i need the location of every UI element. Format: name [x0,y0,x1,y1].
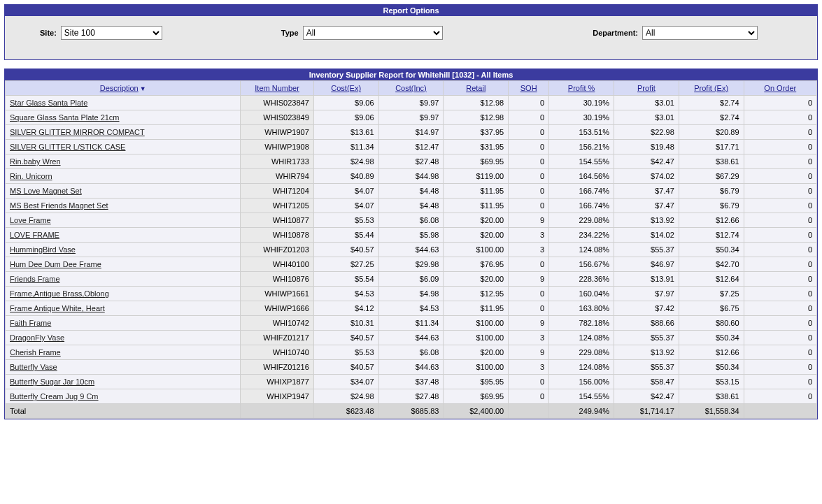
cell-description[interactable]: MS Best Friends Magnet Set [6,199,241,213]
cell-soh: 9 [509,213,549,228]
cell-description[interactable]: Cherish Frame [6,345,241,360]
cell-profit: $7.47 [614,199,679,213]
cell-description[interactable]: SILVER GLITTER MIRROR COMPACT [6,125,241,140]
cell-description[interactable]: MS Love Magnet Set [6,184,241,199]
cell-profit: $13.92 [614,213,679,228]
cell-on-order: 0 [744,257,816,272]
cell-profit: $46.97 [614,257,679,272]
report-panel: Inventory Supplier Report for Whitehill … [4,69,818,419]
cell-description[interactable]: Rin.baby Wren [6,154,241,169]
cell-cost-inc: $9.97 [378,110,444,125]
cell-soh: 3 [509,228,549,243]
col-retail[interactable]: Retail [444,81,509,96]
col-on-order[interactable]: On Order [744,81,816,96]
cell-retail: $12.98 [444,96,509,110]
col-cost-inc[interactable]: Cost(Inc) [378,81,444,96]
cell-description[interactable]: Faith Frame [6,316,241,331]
cell-cost-ex: $4.53 [313,287,378,301]
cell-cost-ex: $34.07 [313,375,378,389]
cell-item-number: WHIFZ01217 [241,331,313,345]
type-select[interactable]: All [303,26,443,40]
cell-description[interactable]: Love Frame [6,213,241,228]
cell-description[interactable]: Butterfly Vase [6,360,241,375]
cell-item-number: WHIWP1907 [241,125,313,140]
cell-on-order: 0 [744,213,816,228]
cell-description[interactable]: Butterfly Sugar Jar 10cm [6,375,241,389]
col-profit-ex[interactable]: Profit (Ex) [679,81,744,96]
cell-profit-ex: $12.74 [679,228,744,243]
cell-retail: $20.00 [444,213,509,228]
col-item-number[interactable]: Item Number [241,81,313,96]
cell-soh: 0 [509,140,549,154]
cell-soh: 0 [509,257,549,272]
cell-profit: $88.66 [614,316,679,331]
cell-description[interactable]: Frame,Antique Brass,Oblong [6,287,241,301]
header-row: Description▼ Item Number Cost(Ex) Cost(I… [6,81,817,96]
cell-profit-ex: $80.60 [679,316,744,331]
cell-item-number: WHIFZ01203 [241,243,313,257]
cell-retail: $11.95 [444,184,509,199]
totals-on-order [744,404,816,419]
cell-profit-pct: 153.51% [549,125,614,140]
cell-profit-ex: $2.74 [679,110,744,125]
cell-description[interactable]: Rin. Unicorn [6,169,241,184]
cell-description[interactable]: SILVER GLITTER L/STICK CASE [6,140,241,154]
cell-cost-ex: $9.06 [313,110,378,125]
report-options-body: Site: Site 100 Type All Department: All [5,16,817,59]
cell-description[interactable]: DragonFly Vase [6,331,241,345]
cell-description[interactable]: LOVE FRAME [6,228,241,243]
cell-on-order: 0 [744,184,816,199]
cell-cost-inc: $4.98 [378,287,444,301]
table-row: LOVE FRAMEWHI10878$5.44$5.98$20.003234.2… [6,228,817,243]
cell-description[interactable]: HummingBird Vase [6,243,241,257]
col-cost-ex[interactable]: Cost(Ex) [313,81,378,96]
cell-soh: 0 [509,125,549,140]
cell-profit-ex: $12.64 [679,272,744,287]
cell-soh: 9 [509,316,549,331]
cell-item-number: WHI10878 [241,228,313,243]
cell-profit-ex: $2.74 [679,96,744,110]
cell-profit-pct: 124.08% [549,360,614,375]
type-group: Type All [281,26,443,40]
totals-profit: $1,714.17 [614,404,679,419]
col-description[interactable]: Description▼ [6,81,241,96]
cell-cost-ex: $24.98 [313,154,378,169]
col-soh[interactable]: SOH [509,81,549,96]
cell-profit: $13.91 [614,272,679,287]
cell-retail: $69.95 [444,154,509,169]
cell-description[interactable]: Square Glass Santa Plate 21cm [6,110,241,125]
cell-description[interactable]: Hum Dee Dum Dee Frame [6,257,241,272]
cell-cost-inc: $4.48 [378,184,444,199]
cell-profit-pct: 154.55% [549,389,614,404]
cell-profit: $58.47 [614,375,679,389]
cell-description[interactable]: Friends Frame [6,272,241,287]
table-row: HummingBird VaseWHIFZ01203$40.57$44.63$1… [6,243,817,257]
cell-description[interactable]: Frame Antique White, Heart [6,301,241,316]
cell-on-order: 0 [744,96,816,110]
cell-cost-ex: $5.53 [313,345,378,360]
dept-select[interactable]: All [642,26,758,40]
totals-row: Total $623.48 $685.83 $2,400.00 249.94% … [6,404,817,419]
totals-costinc: $685.83 [378,404,444,419]
col-profit-pct[interactable]: Profit % [549,81,614,96]
cell-cost-inc: $44.63 [378,360,444,375]
cell-soh: 0 [509,110,549,125]
cell-profit-ex: $53.15 [679,375,744,389]
cell-item-number: WHI40100 [241,257,313,272]
cell-retail: $31.95 [444,140,509,154]
table-row: Cherish FrameWHI10740$5.53$6.08$20.00922… [6,345,817,360]
totals-soh [509,404,549,419]
cell-profit-pct: 124.08% [549,243,614,257]
cell-item-number: WHI71205 [241,199,313,213]
site-select[interactable]: Site 100 [61,26,162,40]
cell-item-number: WHI10877 [241,213,313,228]
totals-profit-ex: $1,558.34 [679,404,744,419]
col-profit[interactable]: Profit [614,81,679,96]
cell-cost-ex: $5.53 [313,213,378,228]
cell-cost-ex: $40.89 [313,169,378,184]
cell-cost-inc: $4.48 [378,199,444,213]
table-row: Friends FrameWHI10876$5.54$6.09$20.00922… [6,272,817,287]
cell-description[interactable]: Star Glass Santa Plate [6,96,241,110]
cell-item-number: WHIS023847 [241,96,313,110]
cell-description[interactable]: Butterfly Cream Jug 9 Cm [6,389,241,404]
